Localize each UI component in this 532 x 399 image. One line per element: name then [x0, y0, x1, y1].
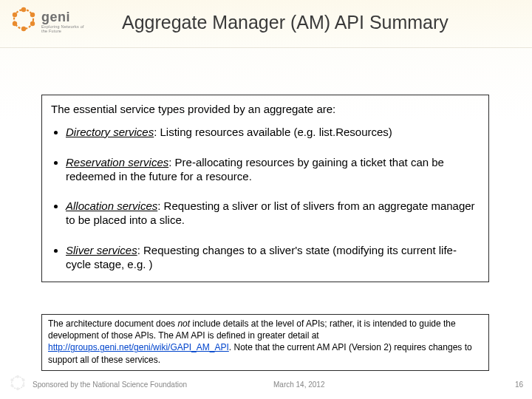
service-name: Allocation services — [66, 200, 157, 212]
slide-footer: Sponsored by the National Science Founda… — [0, 377, 532, 392]
note-pre: The architecture document does — [48, 318, 177, 329]
svg-point-0 — [14, 10, 33, 29]
content-box: The essential service types provided by … — [41, 95, 489, 282]
svg-point-12 — [10, 384, 13, 387]
svg-point-10 — [22, 384, 25, 387]
content-intro: The essential service types provided by … — [51, 103, 480, 115]
svg-point-9 — [22, 378, 25, 381]
footer-date: March 14, 2012 — [273, 381, 325, 389]
svg-point-8 — [16, 375, 19, 378]
footer-sponsor: Sponsored by the National Science Founda… — [33, 381, 187, 389]
list-item: Allocation services: Requesting a sliver… — [66, 200, 480, 228]
logo-brand: geni — [41, 10, 85, 24]
service-name: Sliver services — [66, 244, 137, 256]
list-item: Reservation services: Pre-allocating res… — [66, 156, 480, 184]
slide-header: geni Exploring Networks of the Future Ag… — [0, 0, 532, 48]
geni-logo-text: geni Exploring Networks of the Future — [41, 10, 85, 33]
note-not: not — [177, 318, 190, 329]
svg-point-11 — [16, 387, 19, 390]
list-item: Sliver services: Requesting changes to a… — [66, 244, 480, 272]
svg-point-13 — [10, 378, 13, 381]
footer-page-number: 16 — [515, 381, 523, 389]
footer-watermark-icon — [7, 372, 28, 393]
slide-title: Aggregate Manager (AM) API Summary — [122, 12, 517, 33]
note-box: The architecture document does not inclu… — [41, 314, 489, 371]
svg-point-2 — [30, 13, 35, 17]
svg-point-1 — [21, 7, 26, 12]
logo-tagline: Exploring Networks of the Future — [41, 25, 85, 33]
service-name: Directory services — [66, 126, 154, 138]
geni-logo: geni Exploring Networks of the Future — [7, 3, 85, 43]
svg-point-6 — [13, 13, 17, 17]
service-list: Directory services: Listing resources av… — [51, 126, 480, 271]
service-desc: : Listing resources available (e.g. list… — [154, 126, 392, 138]
slide: geni Exploring Networks of the Future Ag… — [0, 0, 532, 399]
svg-point-5 — [13, 21, 17, 26]
list-item: Directory services: Listing resources av… — [66, 126, 480, 140]
geni-logo-icon — [7, 3, 40, 35]
svg-point-4 — [21, 27, 26, 31]
svg-point-7 — [12, 377, 24, 389]
service-name: Reservation services — [66, 156, 168, 168]
note-link[interactable]: http://groups.geni.net/geni/wiki/GAPI_AM… — [48, 342, 229, 352]
svg-point-3 — [30, 21, 35, 26]
